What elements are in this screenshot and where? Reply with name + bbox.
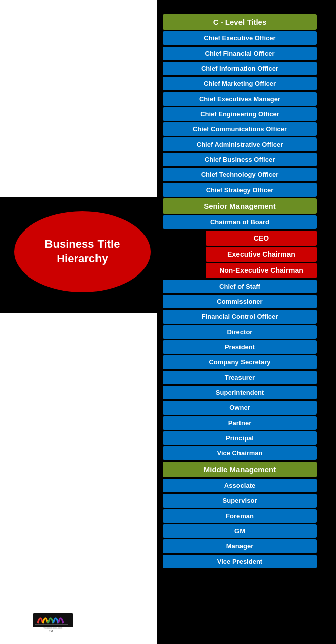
item-chairman-of-board: Chairman of Board bbox=[163, 215, 317, 229]
oval-container: Business Title Hierarchy bbox=[9, 206, 156, 297]
middle-management-header: Middle Management bbox=[163, 462, 317, 477]
item-financial-control-officer: Financial Control Officer bbox=[163, 310, 317, 324]
ceo-group: CEO Executive Chairman Non-Executive Cha… bbox=[206, 231, 317, 278]
item-partner: Partner bbox=[163, 416, 317, 430]
senior-management-header: Senior Management bbox=[163, 198, 317, 214]
item-gm: GM bbox=[163, 524, 317, 538]
item-non-executive-chairman: Non-Executive Chairman bbox=[206, 263, 317, 278]
item-vice-chairman: Vice Chairman bbox=[163, 446, 317, 460]
item-treasurer: Treasurer bbox=[163, 371, 317, 384]
item-company-secretary: Company Secretary bbox=[163, 355, 317, 369]
oval-line1: Business Title bbox=[45, 238, 120, 250]
item-owner: Owner bbox=[163, 401, 317, 415]
item-chief-executives-manager: Chief Executives Manager bbox=[163, 92, 317, 106]
item-manager: Manager bbox=[163, 539, 317, 553]
item-chief-executive-officer: Chief Executive Officer bbox=[163, 31, 317, 45]
item-foreman: Foreman bbox=[163, 509, 317, 523]
item-chief-business-officer: Chief Business Officer bbox=[163, 153, 317, 166]
item-chief-of-staff: Chief of Staff bbox=[163, 280, 317, 293]
item-chief-engineering-officer: Chief Engineering Officer bbox=[163, 107, 317, 121]
item-chief-financial-officer: Chief Financial Officer bbox=[163, 47, 317, 60]
logo-icon: wisdomjobs.com bbox=[30, 608, 71, 628]
item-chief-strategy-officer: Chief Strategy Officer bbox=[163, 183, 317, 197]
logo-area: wisdomjobs.com ™ bbox=[30, 608, 71, 634]
c-level-header: C - Level Titles bbox=[163, 14, 317, 30]
svg-text:wisdomjobs.com: wisdomjobs.com bbox=[44, 626, 63, 629]
item-chief-administrative-officer: Chief Administrative Officer bbox=[163, 137, 317, 151]
item-chief-technology-officer: Chief Technology Officer bbox=[163, 168, 317, 181]
item-chief-marketing-officer: Chief Marketing Officer bbox=[163, 77, 317, 90]
item-chief-communications-officer: Chief Communications Officer bbox=[163, 122, 317, 136]
item-superintendent: Superintendent bbox=[163, 386, 317, 399]
oval-line2: Hierarchy bbox=[57, 252, 108, 265]
item-principal: Principal bbox=[163, 431, 317, 445]
item-chief-information-officer: Chief Information Officer bbox=[163, 62, 317, 75]
item-supervisor: Supervisor bbox=[163, 494, 317, 508]
item-associate: Associate bbox=[163, 479, 317, 492]
item-vice-president: Vice President bbox=[163, 555, 317, 568]
hierarchy-column: C - Level Titles Chief Executive Officer… bbox=[163, 14, 317, 568]
page-container: Business Title Hierarchy C - Level Title… bbox=[0, 0, 336, 644]
item-president: President bbox=[163, 340, 317, 354]
item-commissioner: Commissioner bbox=[163, 295, 317, 308]
item-ceo: CEO bbox=[206, 231, 317, 246]
item-director: Director bbox=[163, 325, 317, 339]
title-oval: Business Title Hierarchy bbox=[14, 211, 151, 292]
oval-title: Business Title Hierarchy bbox=[45, 237, 120, 266]
item-executive-chairman: Executive Chairman bbox=[206, 247, 317, 262]
